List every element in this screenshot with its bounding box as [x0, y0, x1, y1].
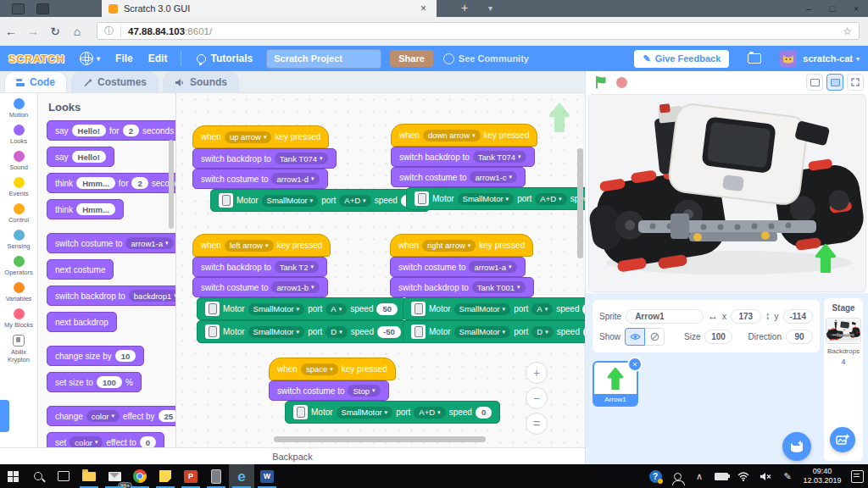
menu-file[interactable]: File [115, 53, 133, 64]
stack-block[interactable]: sayHello! [47, 147, 114, 167]
block-input[interactable]: Hello! [72, 151, 106, 163]
stack-block[interactable]: switch backdrop toTank T074▾ [391, 147, 535, 167]
block-dropdown[interactable]: arrow1-d▾ [271, 173, 319, 185]
chrome-button[interactable] [127, 464, 153, 488]
category-operators[interactable]: Operators [0, 256, 37, 276]
tab-list-chevron-icon[interactable]: ▾ [488, 3, 492, 13]
taskbar-clock[interactable]: 09:40 12.03.2019 [798, 467, 846, 486]
block-dropdown[interactable]: arrow1-a▾ [469, 261, 516, 273]
arrow1-sprite-on-stage[interactable] [815, 241, 837, 275]
block-dropdown[interactable]: A▾ [531, 303, 553, 315]
zoom-out-button[interactable]: − [526, 387, 548, 409]
block-dropdown[interactable]: SmallMotor▾ [337, 407, 393, 419]
block-input[interactable]: Hello! [72, 125, 106, 136]
language-selector[interactable]: ▾ [80, 52, 100, 65]
category-sound[interactable]: Sound [0, 151, 37, 171]
block-dropdown[interactable]: color▾ [70, 436, 103, 447]
share-button[interactable]: Share [390, 50, 433, 67]
add-backdrop-button[interactable] [830, 427, 855, 452]
taskbar-search-button[interactable] [25, 464, 51, 488]
block-dropdown[interactable]: Tank T001▾ [472, 281, 526, 293]
stack-block[interactable]: next backdrop [47, 312, 117, 332]
stack-block[interactable]: switch backdrop toTank T2▾ [192, 257, 327, 277]
category-motion[interactable]: Motion [0, 98, 37, 119]
stack-block[interactable]: setcolor▾effect to0 [47, 432, 164, 447]
people-button[interactable] [666, 473, 688, 480]
start-button[interactable] [0, 464, 25, 488]
browser-tab[interactable]: Scratch 3.0 GUI × [102, 0, 437, 17]
stack-block[interactable]: next costume [47, 259, 114, 280]
stack-block[interactable]: change size by10 [47, 346, 144, 366]
site-info-icon[interactable]: ⓘ [104, 25, 121, 37]
stack-block[interactable]: switch costume toStop▾ [269, 380, 389, 401]
category-sensing[interactable]: Sensing [0, 230, 37, 250]
phone-app-button[interactable] [203, 464, 229, 488]
delete-sprite-badge[interactable]: × [627, 357, 643, 372]
maximize-button[interactable]: □ [821, 3, 844, 14]
block-dropdown[interactable]: right arrow▾ [422, 240, 476, 252]
hide-sprite-button[interactable] [645, 328, 665, 346]
block-dropdown[interactable]: SmallMotor▾ [248, 326, 305, 338]
zoom-in-button[interactable]: + [526, 362, 548, 384]
y-input[interactable]: -114 [783, 309, 813, 324]
block-dropdown[interactable]: up arrow▾ [225, 131, 271, 143]
refresh-icon[interactable]: ↻ [44, 25, 66, 38]
stack-block[interactable]: sayHello!for2seconds [47, 120, 176, 141]
block-dropdown[interactable]: A+D▾ [339, 195, 370, 207]
word-button[interactable]: W [254, 464, 280, 488]
category-abilix-krypton[interactable]: Abilix Krypton [0, 335, 37, 363]
close-window-button[interactable]: × [844, 3, 868, 14]
hat-block[interactable]: whenup arrow▾key pressed [192, 125, 329, 148]
file-explorer-button[interactable] [76, 464, 102, 488]
block-input[interactable]: Hmm... [76, 203, 115, 215]
minimize-button[interactable]: – [797, 3, 821, 14]
stack-block[interactable]: MotorSmallMotor▾portA▾speed-50 [403, 297, 585, 320]
block-dropdown[interactable]: A+D▾ [535, 193, 566, 205]
backpack-bar[interactable]: Backpack [0, 447, 585, 464]
stack-block[interactable]: thinkHmm...for2seconds [47, 173, 176, 193]
stack-block[interactable]: MotorSmallMotor▾portA+D▾speed0 [285, 401, 500, 424]
block-dropdown[interactable]: left arrow▾ [225, 240, 274, 252]
block-dropdown[interactable]: D▾ [531, 326, 553, 338]
pen-button[interactable]: ✎ [776, 471, 798, 482]
give-feedback-button[interactable]: ✎ Give Feedback [634, 50, 729, 68]
mail-button[interactable]: 99+ [102, 464, 127, 488]
block-input[interactable]: 25 [159, 410, 176, 422]
block-dropdown[interactable]: Tank T074▾ [275, 152, 328, 164]
battery-button[interactable] [710, 473, 732, 480]
block-input[interactable]: 2 [131, 177, 147, 189]
block-dropdown[interactable]: Stop▾ [348, 385, 380, 396]
tab-code[interactable]: Code [4, 71, 67, 92]
tab-sounds[interactable]: Sounds [163, 71, 239, 92]
hat-block[interactable]: whendown arrow▾key pressed [391, 124, 537, 147]
stack-block[interactable]: switch backdrop tobackdrop1▾ [47, 286, 176, 306]
stage-selector-panel[interactable]: Stage Backdrops 4 [824, 298, 863, 461]
stack-block[interactable]: thinkHmm... [47, 199, 124, 219]
block-dropdown[interactable]: D▾ [326, 326, 347, 338]
volume-button[interactable] [754, 472, 776, 481]
sprite-card-arrow1[interactable]: Arrow1 × [593, 361, 638, 407]
normal-stage-button[interactable] [826, 74, 843, 91]
stack-block[interactable]: switch costume toarrow1-d▾ [192, 169, 328, 189]
menu-edit[interactable]: Edit [148, 53, 168, 64]
category-variables[interactable]: Variables [0, 282, 37, 302]
sprite-name-input[interactable]: Arrow1 [626, 309, 704, 324]
tab-preview-icon[interactable] [12, 3, 25, 14]
help-tray-button[interactable]: ? [644, 470, 666, 483]
block-dropdown[interactable]: Tank T074▾ [473, 151, 526, 163]
stack-block[interactable]: MotorSmallMotor▾portD▾speed-50 [197, 320, 409, 343]
edge-button[interactable]: e [229, 464, 254, 488]
small-stage-button[interactable] [806, 74, 823, 91]
block-dropdown[interactable]: SmallMotor▾ [454, 303, 511, 315]
stop-icon[interactable] [616, 77, 627, 88]
tray-overflow-button[interactable]: ∧ [688, 471, 710, 482]
stack-block[interactable]: switch backdrop toTank T074▾ [192, 148, 337, 169]
back-icon[interactable]: ← [0, 25, 22, 38]
forward-icon[interactable]: → [22, 25, 44, 38]
tab-costumes[interactable]: Costumes [71, 71, 159, 92]
fullscreen-button[interactable] [847, 74, 864, 91]
direction-input[interactable]: 90 [786, 330, 813, 344]
hat-block[interactable]: whenleft arrow▾key pressed [192, 234, 331, 257]
block-dropdown[interactable]: A▾ [326, 303, 347, 315]
powerpoint-button[interactable]: P [178, 464, 203, 488]
